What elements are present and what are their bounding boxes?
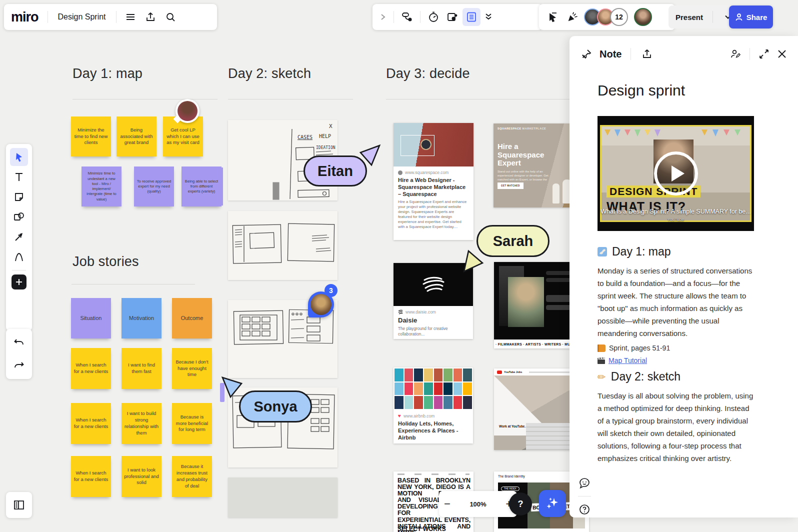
sticky-note[interactable]: Minimize time to undestant a new tool - … bbox=[82, 166, 122, 206]
card-title: Daisie bbox=[398, 316, 468, 324]
shapes-tool[interactable] bbox=[10, 208, 28, 226]
pencil-icon: ✏ bbox=[598, 371, 606, 383]
card-daisie[interactable]: www.daisie.com Daisie The playground for… bbox=[394, 263, 473, 339]
current-user-avatar[interactable] bbox=[634, 8, 652, 26]
text-tool[interactable] bbox=[10, 168, 28, 186]
export-note-icon[interactable] bbox=[640, 47, 654, 61]
sketch-label-close: X bbox=[329, 123, 332, 130]
hide-cursors-icon[interactable] bbox=[544, 8, 562, 26]
help-button[interactable]: ? bbox=[509, 492, 532, 516]
sticky-note[interactable]: When I search for a new clients bbox=[71, 456, 111, 497]
select-tool-active[interactable] bbox=[10, 148, 28, 166]
site-title: The Brand Identity bbox=[498, 474, 525, 478]
collapse-toolbar-chevron[interactable] bbox=[376, 8, 390, 26]
sketch-image-pages[interactable] bbox=[228, 211, 338, 280]
panel-help-icon[interactable] bbox=[576, 500, 594, 518]
redo-button[interactable] bbox=[10, 356, 28, 374]
frame-title-day1[interactable]: Day 1: map bbox=[72, 66, 142, 82]
sticky-note[interactable]: Situation bbox=[71, 298, 111, 338]
site-brand: YouTube Jobs bbox=[504, 370, 522, 374]
purple-shape-fragment[interactable] bbox=[218, 168, 223, 206]
get-matched-button: GET MATCHED bbox=[498, 182, 524, 189]
editors-icon[interactable] bbox=[728, 47, 742, 61]
pen-tool[interactable] bbox=[10, 248, 28, 266]
pin-icon[interactable] bbox=[580, 47, 594, 61]
sticky-note[interactable]: I want to find them fast bbox=[122, 348, 162, 389]
add-more-tools-button[interactable] bbox=[12, 274, 26, 290]
book-reference-row: Sprint, pages 51-91 bbox=[598, 344, 756, 352]
reactions-icon[interactable] bbox=[564, 8, 582, 26]
play-button[interactable] bbox=[654, 152, 698, 196]
card-image bbox=[394, 123, 474, 166]
sticky-note[interactable]: I want to look professional and solid bbox=[122, 456, 162, 497]
sketch-image-partial[interactable] bbox=[228, 478, 338, 518]
sticky-note[interactable]: To receive approved expert for my need (… bbox=[134, 166, 174, 206]
section-body: Tuesday is all about solving the problem… bbox=[598, 390, 756, 464]
present-control: Present bbox=[668, 6, 736, 28]
cursor-label-eitan: Eitan bbox=[304, 156, 367, 186]
section-heading: Day 2: sketch bbox=[611, 370, 680, 384]
collaborator-count-badge[interactable]: 12 bbox=[610, 8, 628, 26]
sticky-note-tool[interactable] bbox=[10, 188, 28, 206]
card-squarespace-search[interactable]: www.squarespace.com Hire a Web Designer … bbox=[394, 123, 474, 240]
screen-capture-tool-icon[interactable] bbox=[444, 8, 462, 26]
card-title: Holiday Lets, Homes, Experiences & Place… bbox=[398, 420, 468, 441]
frame-title-day3[interactable]: Day 3: decide bbox=[386, 66, 470, 82]
present-label[interactable]: Present bbox=[676, 13, 703, 22]
video-embed[interactable]: DESIGN SPRINT WHAT IS IT? What is a Desi… bbox=[598, 116, 754, 231]
map-tutorial-link[interactable]: Map Tutorial bbox=[608, 356, 647, 364]
vase-graphic bbox=[552, 184, 560, 204]
sticky-note[interactable]: Motivation bbox=[122, 298, 162, 338]
select-works-text: SELECT WORKS bbox=[398, 526, 446, 532]
panel-header-right bbox=[728, 47, 789, 61]
facilitation-toolbar bbox=[372, 4, 542, 30]
feedback-smiley-icon[interactable] bbox=[576, 474, 594, 492]
video-source: YouTube bbox=[598, 217, 754, 222]
expand-panel-icon[interactable] bbox=[757, 47, 771, 61]
note-tool-icon-active[interactable] bbox=[462, 8, 480, 26]
sticky-note[interactable]: Minimize the time to find new clients bbox=[71, 116, 111, 156]
sticky-note[interactable]: I want to build strong relationship with… bbox=[122, 403, 162, 444]
dependencies-tool-icon[interactable] bbox=[398, 8, 416, 26]
zoom-level[interactable]: 100% bbox=[470, 500, 486, 508]
card-title: Hire a Web Designer - Squarespace Market… bbox=[398, 177, 469, 198]
history-toolbar bbox=[6, 329, 32, 379]
close-panel-icon[interactable] bbox=[775, 47, 789, 61]
arrow-tool[interactable] bbox=[10, 228, 28, 246]
ai-assistant-button[interactable] bbox=[539, 490, 566, 517]
sticky-note[interactable]: Get cool LP which I can use as my visit … bbox=[163, 116, 203, 156]
note-doc-title[interactable]: Design sprint bbox=[598, 82, 685, 99]
sketch-label-ideation: IDEATION bbox=[316, 146, 336, 150]
search-button[interactable] bbox=[162, 8, 180, 26]
sticky-note[interactable]: Being associated with great brand bbox=[116, 116, 156, 156]
note-panel: Note Design sprint DESIGN SPRINT WHAT IS… bbox=[570, 36, 798, 518]
frame-title-day2[interactable]: Day 2: sketch bbox=[228, 66, 311, 82]
divider bbox=[750, 48, 750, 60]
comment-count-badge[interactable]: 3 bbox=[324, 284, 338, 297]
sticky-note[interactable]: Being able to select from different expe… bbox=[182, 166, 222, 206]
sticky-note[interactable]: When I search for a new clients bbox=[71, 348, 111, 389]
cursor-sonya-arrow bbox=[221, 376, 244, 399]
sticky-note[interactable]: When I search for a new clients bbox=[71, 403, 111, 444]
share-button[interactable]: Share bbox=[729, 6, 773, 28]
undo-button[interactable] bbox=[10, 334, 28, 352]
timer-tool-icon[interactable] bbox=[424, 8, 442, 26]
frames-panel-button[interactable] bbox=[10, 496, 28, 514]
collaborator-avatar-bubble bbox=[176, 99, 200, 123]
sticky-note[interactable]: Because it increases trust and probabili… bbox=[172, 456, 212, 497]
sticky-note[interactable]: Because is more beneficial for long term bbox=[172, 403, 212, 444]
main-menu-button[interactable] bbox=[122, 8, 140, 26]
frame-title-job-stories[interactable]: Job stories bbox=[72, 254, 139, 270]
board-title[interactable]: Design Sprint bbox=[58, 12, 106, 22]
divider bbox=[116, 11, 116, 23]
favicon bbox=[398, 310, 403, 314]
photo-girl bbox=[508, 277, 544, 327]
sticky-note[interactable]: Outcome bbox=[172, 298, 212, 338]
expand-toolbar-chevrons[interactable] bbox=[482, 8, 496, 26]
sticky-note[interactable]: Because I don't have enought time bbox=[172, 348, 212, 389]
app-toolbar: miro Design Sprint bbox=[4, 4, 217, 30]
card-airbnb[interactable]: ♥www.airbnb.com Holiday Lets, Homes, Exp… bbox=[394, 368, 473, 444]
miro-logo[interactable]: miro bbox=[11, 10, 38, 25]
export-board-button[interactable] bbox=[142, 8, 160, 26]
zoom-out-button[interactable]: − bbox=[444, 498, 450, 510]
